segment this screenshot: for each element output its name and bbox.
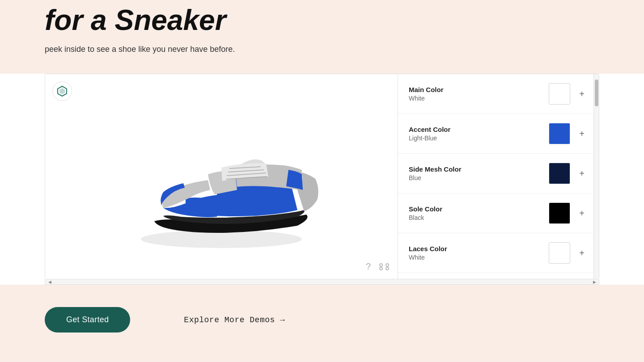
svg-point-7	[380, 264, 382, 266]
logo-icon	[56, 85, 68, 97]
color-row-side-mesh-color: Side Mesh Color Blue +	[398, 154, 599, 194]
vertical-scrollbar[interactable]	[593, 74, 599, 279]
color-info-accent-color: Accent Color Light-Blue	[409, 126, 543, 142]
expand-icon[interactable]	[378, 262, 390, 272]
color-swatch-main-color[interactable]	[549, 83, 570, 105]
shoe-svg	[119, 101, 324, 253]
top-section: for a Sneaker peek inside to see a shoe …	[0, 0, 644, 74]
svg-point-9	[380, 267, 382, 270]
page-subtitle: peek inside to see a shoe like you never…	[45, 43, 313, 56]
color-info-laces-color: Laces Color White	[409, 245, 543, 261]
color-label-sole-color: Sole Color	[409, 205, 543, 213]
get-started-button[interactable]: Get Started	[45, 307, 130, 333]
shoe-canvas: ?	[45, 74, 398, 279]
plus-button-accent-color[interactable]: +	[576, 127, 588, 140]
color-value-laces-color: White	[409, 254, 543, 261]
canvas-controls: ?	[366, 261, 390, 272]
color-info-main-color: Main Color White	[409, 86, 543, 102]
color-row-main-color: Main Color White +	[398, 74, 599, 114]
plus-button-side-mesh-color[interactable]: +	[576, 167, 588, 180]
scroll-track	[54, 279, 590, 284]
scroll-right-arrow[interactable]: ▶	[590, 279, 599, 284]
color-swatch-accent-color[interactable]	[549, 123, 570, 144]
plus-button-sole-color[interactable]: +	[576, 207, 588, 219]
viewer-section: ? Main Color White + Accent Color Light-…	[45, 74, 599, 279]
plus-button-main-color[interactable]: +	[576, 88, 588, 100]
svg-point-8	[386, 264, 389, 266]
plus-button-laces-color[interactable]: +	[576, 247, 588, 259]
color-swatch-side-mesh-color[interactable]	[549, 163, 570, 184]
color-value-main-color: White	[409, 95, 543, 102]
color-value-side-mesh-color: Blue	[409, 174, 543, 181]
color-info-side-mesh-color: Side Mesh Color Blue	[409, 165, 543, 181]
color-label-accent-color: Accent Color	[409, 126, 543, 133]
config-panel: Main Color White + Accent Color Light-Bl…	[398, 74, 599, 279]
color-row-laces-color: Laces Color White +	[398, 233, 599, 273]
color-row-sole-color: Sole Color Black +	[398, 194, 599, 233]
color-label-main-color: Main Color	[409, 86, 543, 93]
svg-point-2	[141, 230, 302, 248]
color-row-accent-color: Accent Color Light-Blue +	[398, 114, 599, 154]
color-swatch-laces-color[interactable]	[549, 242, 570, 264]
page-headline: for a Sneaker	[45, 4, 599, 36]
color-value-accent-color: Light-Blue	[409, 135, 543, 142]
horizontal-scrollbar-container: ◀ ▶	[45, 279, 599, 285]
shoe-3d-view	[119, 101, 324, 253]
bottom-section: Get Started Explore More Demos →	[0, 285, 644, 355]
scroll-left-arrow[interactable]: ◀	[45, 279, 54, 284]
scrollbar-thumb[interactable]	[595, 80, 598, 106]
logo-badge	[52, 81, 72, 101]
color-label-side-mesh-color: Side Mesh Color	[409, 165, 543, 173]
color-label-laces-color: Laces Color	[409, 245, 543, 253]
color-swatch-sole-color[interactable]	[549, 202, 570, 224]
color-info-sole-color: Sole Color Black	[409, 205, 543, 221]
explore-demos-link[interactable]: Explore More Demos →	[184, 316, 285, 324]
help-icon[interactable]: ?	[366, 261, 371, 272]
svg-marker-1	[59, 88, 65, 94]
color-value-sole-color: Black	[409, 214, 543, 221]
svg-point-10	[386, 267, 389, 270]
color-options-list: Main Color White + Accent Color Light-Bl…	[398, 74, 599, 273]
